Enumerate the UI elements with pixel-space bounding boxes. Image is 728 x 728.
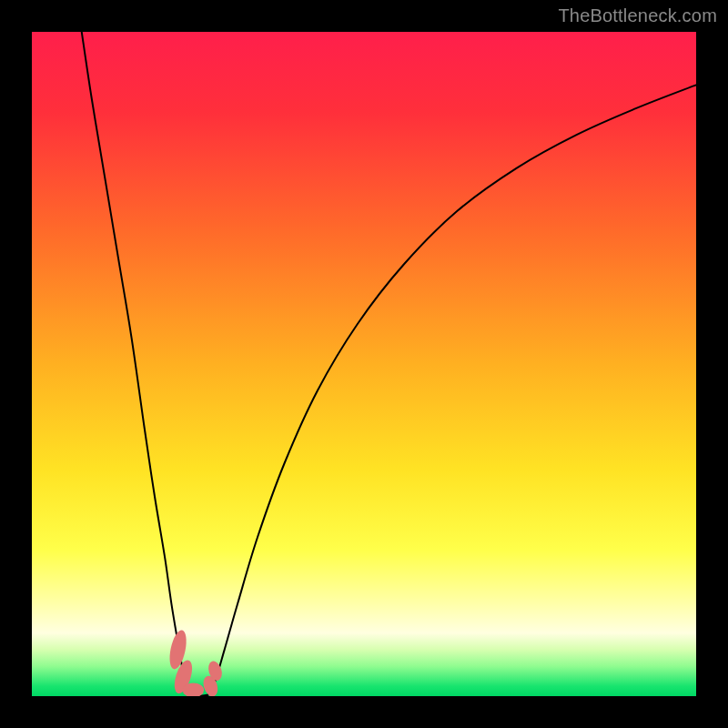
watermark-text: TheBottleneck.com: [558, 5, 717, 26]
curves-layer: [32, 32, 696, 696]
plot-area: [32, 32, 696, 696]
chart-frame: TheBottleneck.com: [0, 0, 728, 728]
bottleneck-curve: [82, 32, 696, 696]
